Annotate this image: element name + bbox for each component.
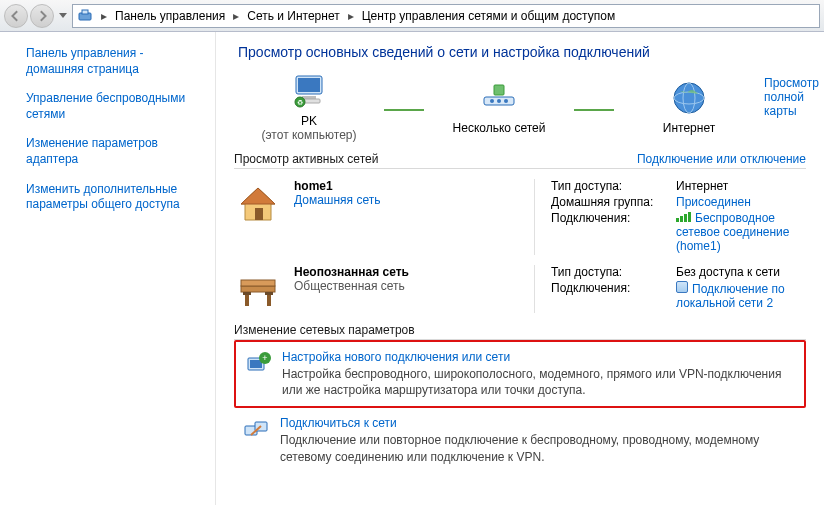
connection-link[interactable]: Подключение по локальной сети 2 [676,282,785,310]
svg-rect-13 [494,85,504,95]
sidebar-link-adapter[interactable]: Изменение параметров адаптера [26,136,158,166]
task-title: Настройка нового подключения или сети [282,350,796,364]
kv-key: Подключения: [551,281,676,310]
map-node-label: Интернет [614,121,764,135]
task-connect[interactable]: Подключиться к сети Подключение или повт… [234,408,806,472]
network-name: home1 [294,179,380,193]
section-heading: Изменение сетевых параметров [234,323,415,337]
connection-link[interactable]: Беспроводное сетевое соединение (home1) [676,211,789,253]
map-node-networks[interactable]: Несколько сетей [424,77,574,135]
forward-button[interactable] [30,4,54,28]
address-bar[interactable]: ▸ Панель управления ▸ Сеть и Интернет ▸ … [72,4,820,28]
kv-key: Тип доступа: [551,179,676,193]
page-title: Просмотр основных сведений о сети и наст… [238,44,806,60]
main-content: Просмотр основных сведений о сети и наст… [216,32,824,505]
map-node-label: Несколько сетей [424,121,574,135]
sidebar-link-wireless[interactable]: Управление беспроводными сетями [26,91,185,121]
new-connection-icon: + [244,350,272,378]
back-button[interactable] [4,4,28,28]
connect-network-icon [242,416,270,444]
connect-disconnect-link[interactable]: Подключение или отключение [637,152,806,166]
map-node-pc[interactable]: ♻ PK (этот компьютер) [234,70,384,142]
network-row: Неопознанная сеть Общественная сеть Тип … [234,265,806,313]
active-networks-section: Просмотр активных сетей Подключение или … [234,152,806,313]
network-row: home1 Домашняя сеть Тип доступа:Интернет… [234,179,806,255]
svg-rect-23 [243,292,251,295]
svg-rect-24 [265,292,273,295]
wifi-signal-icon [676,212,691,222]
kv-value: Без доступа к сети [676,265,806,279]
network-center-icon [77,8,93,24]
view-full-map-link[interactable]: Просмотр полной карты [764,76,819,118]
chevron-right-icon: ▸ [229,9,243,23]
lan-plug-icon [676,281,688,293]
public-network-icon [234,265,282,313]
map-node-sublabel: (этот компьютер) [234,128,384,142]
kv-key: Домашняя группа: [551,195,676,209]
breadcrumb-item[interactable]: Панель управления [111,5,229,27]
connection-line-icon [384,89,424,131]
connection-line-icon [574,89,614,131]
network-type-link[interactable]: Домашняя сеть [294,193,380,207]
globe-icon [614,77,764,119]
svg-point-11 [497,99,501,103]
home-network-icon [234,179,282,227]
task-desc: Настройка беспроводного, широкополосного… [282,366,796,398]
svg-rect-19 [241,286,275,292]
svg-text:+: + [262,353,267,363]
homegroup-link[interactable]: Присоединен [676,195,751,209]
task-desc: Подключение или повторное подключение к … [280,432,798,464]
svg-rect-18 [255,208,263,220]
svg-point-12 [504,99,508,103]
chevron-right-icon: ▸ [97,9,111,23]
kv-key: Тип доступа: [551,265,676,279]
svg-rect-1 [82,10,88,14]
svg-rect-20 [241,280,275,286]
map-node-internet[interactable]: Интернет [614,77,764,135]
svg-point-10 [490,99,494,103]
svg-point-15 [674,83,704,113]
kv-key: Подключения: [551,211,676,253]
history-dropdown[interactable] [56,6,70,26]
breadcrumb-item[interactable]: Центр управления сетями и общим доступом [358,5,620,27]
kv-value: Интернет [676,179,806,193]
breadcrumb-item[interactable]: Сеть и Интернет [243,5,343,27]
toolbar: ▸ Панель управления ▸ Сеть и Интернет ▸ … [0,0,824,32]
sidebar: Панель управления - домашняя страница Уп… [0,32,216,505]
network-type: Общественная сеть [294,279,409,293]
network-map: ♻ PK (этот компьютер) Несколько сетей [234,70,806,142]
task-title: Подключиться к сети [280,416,798,430]
section-heading: Просмотр активных сетей [234,152,378,166]
svg-text:♻: ♻ [297,99,303,106]
network-name: Неопознанная сеть [294,265,409,279]
sidebar-home-link[interactable]: Панель управления - домашняя страница [26,46,144,76]
svg-rect-3 [298,78,320,92]
networks-icon [424,77,574,119]
task-new-connection[interactable]: + Настройка нового подключения или сети … [234,340,806,408]
sidebar-link-sharing[interactable]: Изменить дополнительные параметры общего… [26,182,180,212]
map-node-label: PK [234,114,384,128]
chevron-right-icon: ▸ [344,9,358,23]
change-settings-section: Изменение сетевых параметров + Настройка… [234,323,806,473]
computer-icon: ♻ [234,70,384,112]
